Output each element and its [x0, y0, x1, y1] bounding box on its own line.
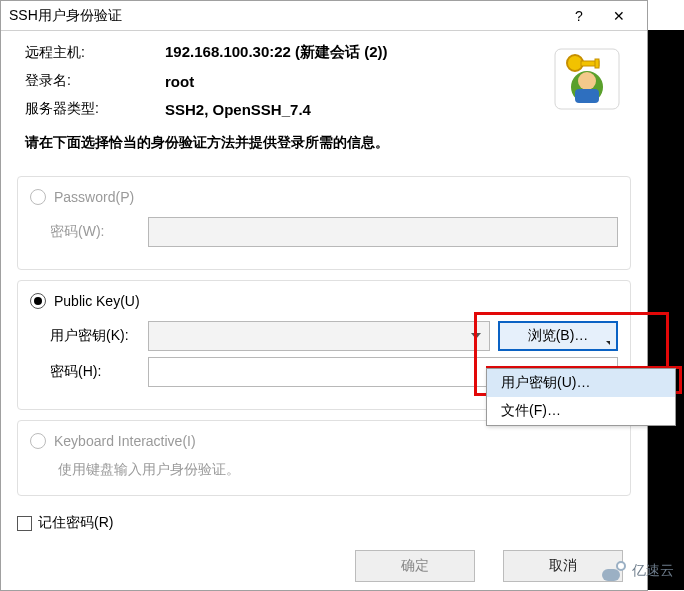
- browse-dropdown: 用户密钥(U)… 文件(F)…: [486, 368, 676, 426]
- svg-rect-3: [575, 89, 599, 103]
- remember-label: 记住密码(R): [38, 514, 113, 532]
- password-field-label: 密码(W):: [50, 223, 140, 241]
- watermark: 亿速云: [600, 561, 674, 581]
- svg-point-2: [578, 72, 596, 90]
- dropdown-userkey[interactable]: 用户密钥(U)…: [487, 369, 675, 397]
- ok-button[interactable]: 确定: [355, 550, 475, 582]
- instruction-text: 请在下面选择恰当的身份验证方法并提供登录所需的信息。: [1, 128, 647, 166]
- server-type-value: SSH2, OpenSSH_7.4: [165, 101, 533, 118]
- password-input: [148, 217, 618, 247]
- password-radio-label: Password(P): [54, 189, 134, 205]
- userkey-label: 用户密钥(K):: [50, 327, 140, 345]
- right-black-strip: [648, 30, 684, 590]
- window-title: SSH用户身份验证: [9, 7, 559, 25]
- remote-host-value: 192.168.100.30:22 (新建会话 (2)): [165, 43, 533, 62]
- keyboard-radio[interactable]: [30, 433, 46, 449]
- ssh-auth-dialog: SSH用户身份验证 ? ✕ 远程主机: 192.168.100.30:22 (新…: [0, 0, 648, 591]
- login-label: 登录名:: [25, 72, 165, 90]
- browse-button[interactable]: 浏览(B)…: [498, 321, 618, 351]
- keyboard-group: Keyboard Interactive(I) 使用键盘输入用户身份验证。: [17, 420, 631, 496]
- passphrase-label: 密码(H):: [50, 363, 140, 381]
- password-group: Password(P) 密码(W):: [17, 176, 631, 270]
- titlebar: SSH用户身份验证 ? ✕: [1, 1, 647, 31]
- publickey-radio-label: Public Key(U): [54, 293, 140, 309]
- remember-checkbox[interactable]: [17, 516, 32, 531]
- userkey-combo[interactable]: [148, 321, 490, 351]
- login-value: root: [165, 73, 533, 90]
- connection-info: 远程主机: 192.168.100.30:22 (新建会话 (2)) 登录名: …: [1, 31, 647, 128]
- publickey-radio[interactable]: [30, 293, 46, 309]
- cloud-icon: [600, 561, 626, 581]
- keyboard-desc: 使用键盘输入用户身份验证。: [58, 461, 618, 479]
- auth-key-icon: [551, 45, 623, 116]
- help-button[interactable]: ?: [559, 1, 599, 31]
- keyboard-radio-label: Keyboard Interactive(I): [54, 433, 196, 449]
- close-button[interactable]: ✕: [599, 1, 639, 31]
- remote-host-label: 远程主机:: [25, 44, 165, 62]
- svg-rect-6: [595, 59, 599, 68]
- password-radio[interactable]: [30, 189, 46, 205]
- dropdown-file[interactable]: 文件(F)…: [487, 397, 675, 425]
- server-type-label: 服务器类型:: [25, 100, 165, 118]
